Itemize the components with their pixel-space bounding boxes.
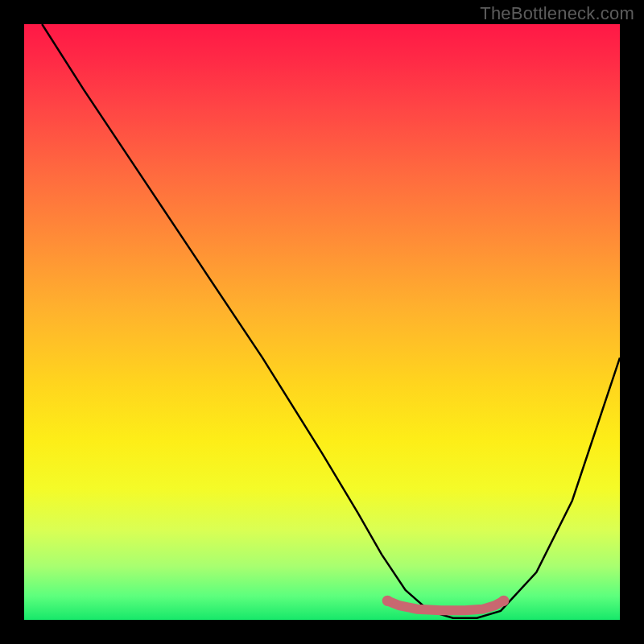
watermark-text: TheBottleneck.com bbox=[480, 3, 634, 24]
plot-area bbox=[24, 24, 620, 620]
marker-dot-left bbox=[382, 596, 393, 606]
marker-dot-right bbox=[498, 596, 509, 606]
chart-svg bbox=[24, 24, 620, 620]
bottleneck-curve bbox=[42, 24, 620, 618]
optimal-range-marker bbox=[387, 601, 503, 610]
chart-frame: TheBottleneck.com bbox=[0, 0, 644, 644]
